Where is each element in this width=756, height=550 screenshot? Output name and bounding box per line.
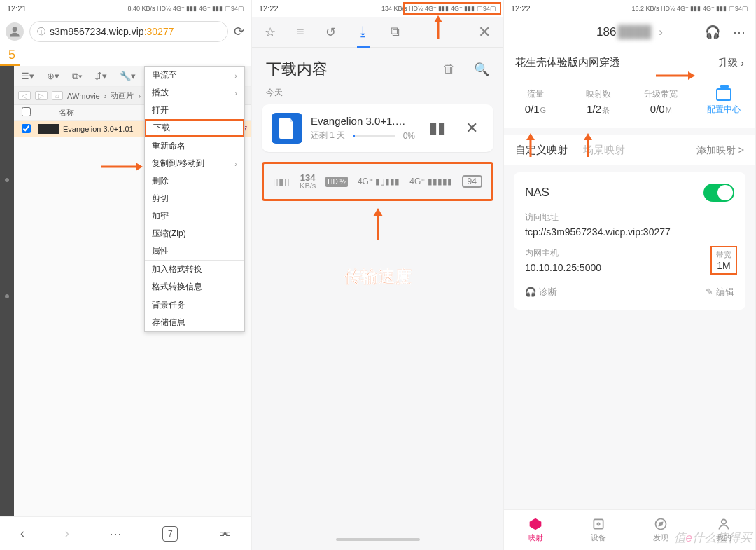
host-value: 10.10.10.25:5000 (525, 262, 734, 273)
close-icon[interactable]: ✕ (478, 23, 491, 41)
menu-convinfo[interactable]: 格式转换信息 (145, 278, 244, 296)
tab-favorite-icon[interactable]: ☆ (265, 25, 276, 40)
host-label: 内网主机 (525, 247, 734, 259)
mapping-tabs: 自定义映射 场景映射 添加映射 > (504, 135, 755, 165)
sidebar (0, 66, 14, 516)
hd-badge: HD ½ (326, 177, 348, 187)
stat-maps[interactable]: 映射数 1/2条 (567, 88, 630, 118)
svg-point-15 (597, 523, 599, 525)
status-bar: 12:22 134 KB/s HD½ 4G⁺ ▮▮▮ 4G⁺ ▮▮▮ ▢94▢ (252, 0, 503, 17)
video-thumb-icon (38, 124, 59, 134)
download-item[interactable]: Evangelion 3.0+1.… 还剩 1 天 0% ▮▮ ✕ (262, 104, 493, 152)
tab-history-icon[interactable]: ↺ (326, 25, 336, 40)
mapping-toggle[interactable] (704, 184, 734, 202)
col-name[interactable]: 名称 (59, 107, 74, 118)
address-bar-row: ⓘ s3m9567234.wicp.vip:30277 ⟳ (0, 17, 251, 46)
menu-delete[interactable]: 删除 (145, 172, 244, 190)
stats-row: 流量 0/1G 映射数 1/2条 升级带宽 0/0M 配置中心 (504, 78, 755, 128)
menu-copymove[interactable]: 复制到/移动到› (145, 155, 244, 172)
nav-menu-icon[interactable]: ⋯ (109, 526, 122, 542)
status-time: 12:21 (7, 4, 27, 13)
crumb-1[interactable]: AWmovie (67, 92, 100, 100)
search-icon[interactable]: 🔍 (474, 62, 489, 77)
nav-me[interactable]: 我的 (692, 510, 755, 550)
reload-icon[interactable]: ⟳ (234, 24, 244, 39)
signal-1: 4G⁺ ▮▯▮▮▮ (358, 177, 400, 186)
download-percent: 0% (403, 131, 415, 141)
addr-value: tcp://s3m9567234.wicp.vip:30277 (525, 226, 734, 238)
menu-play[interactable]: 播放› (145, 84, 244, 102)
more-icon[interactable]: ⋯ (733, 25, 746, 40)
nav-fwd-icon[interactable]: ▷ (35, 91, 48, 100)
stat-flow[interactable]: 流量 0/1G (504, 88, 567, 118)
tab-collections-icon[interactable]: ⧉ (391, 25, 400, 39)
menu-stream[interactable]: 串流至› (145, 67, 244, 84)
menu-zip[interactable]: 压缩(Zip) (145, 225, 244, 242)
stat-bw[interactable]: 升级带宽 0/0M (630, 88, 693, 118)
menu-props[interactable]: 属性 (145, 242, 244, 260)
upgrade-banner: 花生壳体验版内网穿透 升级 › (504, 48, 755, 78)
status-indicators: 16.2 KB/s HD½ 4G⁺ ▮▮▮ 4G⁺ ▮▮▮ ▢94▢ (631, 5, 748, 12)
browser-tabs: ☆ ≡ ↺ ⭳ ⧉ ✕ (252, 17, 503, 48)
upgrade-link[interactable]: 升级 › (718, 57, 744, 69)
url-bar[interactable]: ⓘ s3m9567234.wicp.vip:30277 (29, 21, 228, 42)
tab-downloads-icon[interactable]: ⭳ (357, 25, 370, 48)
menu-rename[interactable]: 重新命名 (145, 137, 244, 155)
nav-tabs-icon[interactable]: 7 (162, 526, 178, 542)
battery-badge: 94 (462, 175, 482, 188)
mapping-card[interactable]: NAS 访问地址 tcp://s3m9567234.wicp.vip:30277… (514, 172, 746, 310)
status-bar: 12:21 8.40 KB/s HD½ 4G⁺ ▮▮▮ 4G⁺ ▮▮▮ ▢94▢ (0, 0, 251, 17)
view-icon[interactable]: ☰▾ (21, 71, 34, 81)
edit-link[interactable]: ✎ 编辑 (706, 286, 734, 298)
tab-custom-mapping[interactable]: 自定义映射 (515, 144, 568, 157)
nav-back-icon[interactable]: ‹ (20, 526, 24, 541)
cancel-icon[interactable]: ✕ (460, 119, 484, 137)
diagnose-link[interactable]: 🎧 诊断 (525, 286, 557, 298)
nav-forward-icon[interactable]: › (65, 526, 69, 541)
crumb-2[interactable]: 动画片 (111, 90, 134, 101)
account-phone[interactable]: 186████ › (596, 25, 663, 39)
menu-encrypt[interactable]: 加密 (145, 207, 244, 225)
select-all-checkbox[interactable] (22, 107, 31, 116)
svg-marker-13 (530, 518, 542, 530)
nav-device[interactable]: 设备 (567, 510, 630, 550)
trash-icon[interactable]: 🗑 (443, 62, 456, 77)
stat-config-center[interactable]: 配置中心 (692, 88, 755, 118)
nav-discover[interactable]: 发现 (630, 510, 693, 550)
gesture-bar (252, 529, 503, 550)
site-info-icon: ⓘ (37, 26, 46, 38)
new-folder-icon[interactable]: ⊕▾ (47, 71, 59, 81)
add-mapping-link[interactable]: 添加映射 > (696, 144, 744, 157)
url-text: s3m9567234.wicp.vip:30277 (50, 26, 174, 37)
bottom-nav: 映射 设备 发现 我的 (504, 509, 755, 550)
tab-reading-icon[interactable]: ≡ (297, 25, 304, 39)
menu-download[interactable]: 下载 (145, 119, 244, 137)
pause-icon[interactable]: ▮▮ (424, 119, 451, 137)
sort-icon[interactable]: ⇵▾ (94, 71, 107, 81)
annotation-label: 传输速度 (252, 266, 503, 288)
menu-bg[interactable]: 背景任务 (145, 296, 244, 314)
active-tab-indicator[interactable]: 5 (0, 46, 20, 66)
download-remaining: 还剩 1 天 (311, 130, 345, 142)
nav-back-icon[interactable]: ◁ (18, 91, 31, 100)
row-checkbox[interactable] (22, 124, 31, 133)
app-header: 186████ › 🎧 ⋯ (504, 17, 755, 48)
menu-open[interactable]: 打开 (145, 102, 244, 119)
menu-save[interactable]: 存储信息 (145, 314, 244, 331)
nav-mapping[interactable]: 映射 (504, 510, 567, 550)
nav-share-icon[interactable]: ⫘ (218, 526, 231, 541)
panel-oray-app: 12:22 16.2 KB/s HD½ 4G⁺ ▮▮▮ 4G⁺ ▮▮▮ ▢94▢… (504, 0, 756, 550)
banner-text: 花生壳体验版内网穿透 (515, 56, 620, 69)
tab-scene-mapping[interactable]: 场景映射 (583, 144, 625, 157)
tools-icon[interactable]: 🔧▾ (120, 71, 136, 81)
svg-marker-6 (373, 208, 383, 216)
vibrate-icon: ▯▮▯ (273, 176, 290, 187)
mapping-title: NAS (525, 186, 550, 200)
copy-icon[interactable]: ⧉▾ (72, 71, 82, 82)
support-icon[interactable]: 🎧 (705, 25, 720, 40)
panel-browser: 12:21 8.40 KB/s HD½ 4G⁺ ▮▮▮ 4G⁺ ▮▮▮ ▢94▢… (0, 0, 252, 550)
menu-cut[interactable]: 剪切 (145, 190, 244, 207)
menu-convert[interactable]: 加入格式转换 (145, 261, 244, 278)
profile-avatar[interactable] (6, 22, 24, 41)
nav-up-icon[interactable]: ⌂ (52, 91, 63, 100)
